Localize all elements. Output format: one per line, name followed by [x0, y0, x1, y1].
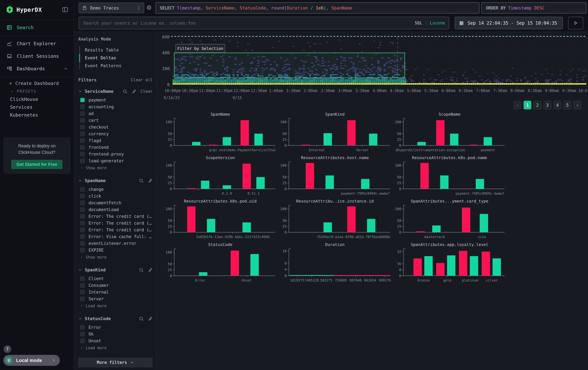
filter-option-frontend-proxy[interactable]: ✓frontend-proxy — [78, 151, 153, 158]
filter-option-error-the-credit-card-[interactable]: ✓Error: The credit card (… — [78, 220, 153, 227]
checkbox[interactable]: ✓ — [80, 200, 85, 205]
analysis-mode-event-patterns[interactable]: Event Patterns — [79, 62, 153, 70]
pin-icon[interactable] — [148, 268, 153, 272]
pin-icon[interactable] — [148, 316, 153, 321]
filter-option-click[interactable]: ✓click — [78, 193, 153, 200]
lucene-mode-toggle[interactable]: Lucene — [430, 20, 445, 25]
checkbox[interactable]: ✓ — [80, 234, 85, 239]
filter-option-expire[interactable]: ✓EXPIRE — [78, 247, 153, 253]
bar-chart-card-type-svg[interactable]: 02550100mastercardvisa — [394, 204, 505, 240]
filter-option-server[interactable]: ✓Server — [78, 296, 153, 302]
checkbox[interactable]: ✓ — [80, 276, 85, 281]
checkbox[interactable]: ✓ — [80, 221, 85, 225]
filter-option-error-the-credit-card-[interactable]: ✓Error: The credit card (… — [78, 213, 153, 220]
filter-option-payment[interactable]: ✓payment — [78, 97, 153, 103]
gear-icon[interactable]: ⚙ — [147, 2, 151, 12]
checkbox-checked[interactable]: ✓ — [80, 98, 85, 102]
checkbox[interactable]: ✓ — [80, 138, 85, 143]
filter-option-checkout[interactable]: ✓checkout — [78, 124, 153, 130]
checkbox[interactable]: ✓ — [80, 332, 85, 336]
filter-option-client[interactable]: ✓Client — [78, 275, 153, 282]
filter-option-cart[interactable]: ✓cart — [78, 117, 153, 124]
pagination-page-1[interactable]: 1 — [524, 101, 531, 110]
chevron-down-icon[interactable] — [78, 268, 82, 272]
chevron-down-icon[interactable] — [78, 317, 82, 321]
search-icon[interactable] — [139, 178, 144, 183]
local-mode-button[interactable]: U Local mode — [3, 355, 60, 366]
pin-icon[interactable] — [148, 178, 153, 183]
filter-option-load-generator[interactable]: ✓load-generator — [78, 158, 153, 164]
checkbox[interactable]: ✓ — [80, 118, 85, 123]
filter-option-ad[interactable]: ✓ad — [78, 110, 153, 117]
sidebar-collapse-icon[interactable] — [62, 6, 68, 13]
date-range-picker[interactable]: Sep 14 22:04:35 - Sep 15 10:04:35 — [455, 17, 563, 29]
create-dashboard-button[interactable]: + Create Dashboard — [0, 79, 74, 88]
sidebar-item-chart-explorer[interactable]: Chart Explorer — [0, 37, 74, 50]
sidebar-item-clickhouse[interactable]: ClickHouse — [0, 95, 74, 103]
checkbox[interactable]: ✓ — [80, 111, 85, 116]
filter-option-unset[interactable]: ✓Unset — [78, 338, 153, 344]
checkbox[interactable]: ✓ — [80, 152, 85, 156]
filter-option-error[interactable]: ✓Error — [78, 324, 153, 331]
select-query-input[interactable]: SELECT Timestamp, ServiceName, StatusCod… — [156, 2, 480, 13]
filter-option-ok[interactable]: ✓Ok — [78, 331, 153, 338]
more-filters-button[interactable]: More filters — [78, 358, 153, 367]
search-icon[interactable] — [123, 89, 127, 94]
bar-chart-k8s-pod-uid-svg[interactable]: 025501005e02b5fb-13ae-4296-bbbc-111f423c… — [165, 204, 276, 240]
load-more-link[interactable]: Load more — [78, 344, 153, 352]
sql-mode-toggle[interactable]: SQL — [415, 20, 422, 25]
bar-chart-spanname-svg[interactable]: 02550100grpc.oteldemo.PaymentService/Cha… — [165, 117, 276, 153]
search-icon[interactable] — [139, 316, 144, 321]
checkbox[interactable]: ✓ — [80, 325, 85, 330]
search-input[interactable] — [83, 20, 415, 26]
filter-option-accounting[interactable]: ✓accounting — [78, 103, 153, 110]
checkbox[interactable]: ✓ — [80, 290, 85, 294]
show-more-link[interactable]: Show more — [78, 164, 153, 172]
clear-all-filters-button[interactable]: Clear all — [131, 78, 153, 82]
filter-option-frontend[interactable]: ✓frontend — [78, 144, 153, 151]
bar-chart-scopename-svg[interactable]: 02550100@hyperdx/instrumentation-excepti… — [394, 117, 505, 153]
bar-chart-statuscode-svg[interactable]: 02550100ErrorUnset — [165, 247, 276, 284]
bar-chart-duration-svg[interactable]: 0481610193751405128583275759085807648842… — [279, 247, 391, 284]
checkbox[interactable]: ✓ — [80, 228, 85, 232]
run-query-button[interactable] — [568, 17, 583, 29]
checkbox[interactable]: ✓ — [80, 207, 85, 212]
load-more-link[interactable]: Load more — [78, 302, 153, 310]
sidebar-item-client-sessions[interactable]: Client Sessions — [0, 50, 74, 62]
filter-option-internal[interactable]: ✓Internal — [78, 289, 153, 296]
checkbox[interactable]: ✓ — [80, 125, 85, 129]
chevron-down-icon[interactable] — [78, 90, 82, 93]
sidebar-item-kubernetes[interactable]: Kubernetes — [0, 111, 74, 119]
sidebar-item-services[interactable]: Services — [0, 103, 74, 111]
filter-option-documentfetch[interactable]: ✓documentFetch — [78, 200, 153, 206]
filter-option-change[interactable]: ✓change — [78, 186, 153, 193]
bar-chart-spankind-svg[interactable]: 02550100InternalServer — [279, 117, 391, 153]
checkbox[interactable]: ✓ — [80, 248, 85, 252]
bar-chart-host-name-svg[interactable]: 02550100payment-7985c8969c-mwmw7 — [279, 160, 391, 197]
bar-chart-loyalty-level-svg[interactable]: 081632bronzegoldplatinumsilver — [394, 247, 505, 284]
checkbox[interactable]: ✓ — [80, 241, 85, 246]
pagination-page-5[interactable]: 5 — [564, 101, 571, 110]
checkbox[interactable]: ✓ — [80, 187, 85, 192]
pagination-page-4[interactable]: 4 — [554, 101, 561, 110]
analysis-mode-event-deltas[interactable]: Event Deltas — [79, 54, 153, 62]
pin-icon[interactable] — [132, 89, 136, 94]
pagination-page-2[interactable]: 2 — [534, 101, 541, 110]
hyperdx-logo[interactable]: HyperDX — [6, 6, 42, 13]
checkbox[interactable]: ✓ — [80, 132, 85, 136]
checkbox[interactable]: ✓ — [80, 145, 85, 150]
filter-option-currency[interactable]: ✓currency — [78, 130, 153, 137]
filter-option-eventlistener-error[interactable]: ✓eventListener.error — [78, 240, 153, 247]
filter-by-selection-button[interactable]: Filter by Selection — [176, 44, 225, 53]
pagination-page-3[interactable]: 3 — [544, 101, 551, 110]
bar-chart-service-instance-id-svg[interactable]: 02550100f5344ec9-a1ea-4290-a62a-78f5bee8… — [279, 204, 391, 240]
checkbox[interactable]: ✓ — [80, 297, 85, 301]
filter-option-consumer[interactable]: ✓Consumer — [78, 282, 153, 289]
clear-group-button[interactable]: Clear — [141, 89, 153, 94]
search-icon[interactable] — [139, 268, 144, 272]
show-more-link[interactable]: Show more — [78, 253, 153, 261]
chevron-down-icon[interactable] — [78, 179, 82, 183]
source-select[interactable]: Demo Traces — [79, 3, 144, 13]
checkbox[interactable]: ✓ — [80, 194, 85, 198]
checkbox[interactable]: ✓ — [80, 339, 85, 343]
